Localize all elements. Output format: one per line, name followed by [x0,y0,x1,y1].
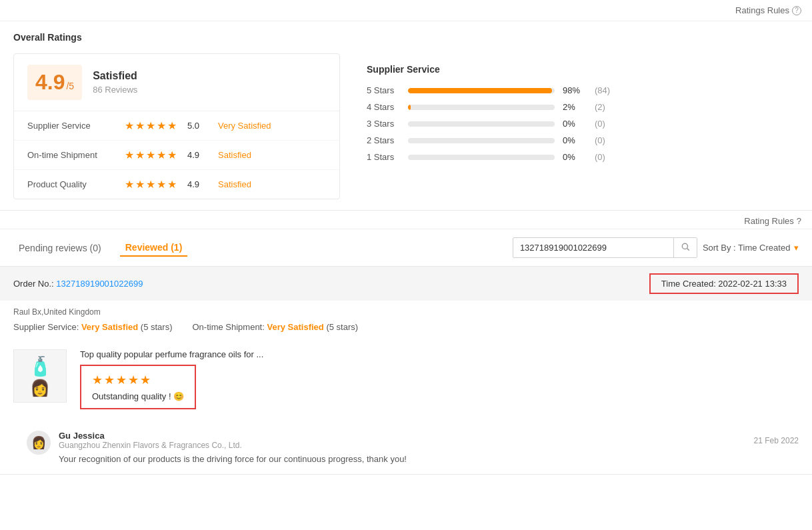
ratings-rules-link[interactable]: Ratings Rules ? [735,5,801,15]
rating-row: Supplier Service ★ ★ ★ ★ ★ 5.0 Very Sati… [14,111,339,141]
star-3: ★ [146,119,155,132]
bar-track-5 [408,88,555,93]
rating-label: Supplier Service [27,121,114,131]
star-5: ★ [167,178,177,191]
order-no: Order No.: 132718919001022699 [13,279,143,289]
ontime-value: Very Satisfied [267,322,323,332]
quality-stars: ★ ★ ★ ★ ★ [125,178,177,191]
svg-point-0 [682,243,687,249]
seller-name-company: Gu Jessica Guangzhou Zhenxin Flavors & F… [59,431,242,450]
bar-percent-4: 2% [563,102,587,112]
review-star-3: ★ [116,373,127,387]
reviewer-info: Raul Bx,United Kingdom [0,301,812,319]
info-icon-small: ? [797,216,801,226]
tab-pending[interactable]: Pending reviews (0) [13,240,107,256]
supplier-score: 5.0 [187,121,207,131]
star-1: ★ [125,119,134,132]
search-button[interactable] [673,238,697,257]
rating-row: Product Quality ★ ★ ★ ★ ★ 4.9 Satisfied [14,170,339,199]
reply-date: 21 Feb 2022 [754,436,799,445]
order-no-label: Order No.: [13,279,54,289]
ontime-shipment-info: On-time Shipment: Very Satisfied (5 star… [192,322,358,332]
score-box: 4.9 /5 [27,65,82,100]
star-1: ★ [125,178,134,191]
rating-label: Product Quality [27,179,114,189]
order-card: Order No.: 132718919001022699 Time Creat… [0,267,812,475]
satisfied-label: Satisfied [93,70,137,82]
bar-count-2: (0) [595,135,605,145]
rating-rules-small-link[interactable]: Rating Rules ? [744,216,801,226]
person-icon: 👩 [30,379,50,397]
top-bar: Ratings Rules ? [0,0,812,21]
review-text: Outstanding quality ! 😊 [92,391,184,401]
star-4: ★ [157,149,166,161]
review-content: Top quality popular perfume fragrance oi… [80,349,799,412]
sort-chevron: ▾ [794,243,799,253]
bar-count-5: (84) [595,85,610,95]
star-5: ★ [167,119,177,132]
star-bar-row: 4 Stars 2% (2) [367,102,772,112]
time-created-box: Time Created: 2022-02-21 13:33 [649,273,799,294]
search-input[interactable] [513,239,673,257]
supplier-stars-label: (5 stars) [141,322,173,332]
ontime-score: 4.9 [187,150,207,160]
right-panel: Supplier Service 5 Stars 98% (84) 4 Star… [340,53,799,199]
review-star-4: ★ [128,373,139,387]
search-box [513,237,697,258]
supplier-service-chart-title: Supplier Service [367,64,772,75]
rating-rows: Supplier Service ★ ★ ★ ★ ★ 5.0 Very Sati… [14,111,339,199]
bar-fill-5 [408,88,552,93]
overall-score: 4.9 [35,70,65,95]
quality-status: Satisfied [218,179,251,189]
bar-count-1: (0) [595,152,605,162]
supplier-status: Very Satisfied [218,121,271,131]
rating-label: On-time Shipment [27,150,114,160]
tab-reviewed[interactable]: Reviewed (1) [120,239,188,257]
reviews-count: 86 Reviews [93,85,137,95]
ontime-status: Satisfied [218,150,251,160]
star-bar-row: 3 Stars 0% (0) [367,119,772,129]
bar-label-2: 2 Stars [367,135,400,145]
product-thumbnail: 🧴 👩 [13,349,67,403]
review-star-2: ★ [104,373,115,387]
bar-label-4: 4 Stars [367,102,400,112]
review-body: 🧴 👩 Top quality popular perfume fragranc… [0,339,812,423]
bar-track-4 [408,105,555,110]
bar-track-2 [408,138,555,143]
reviews-section: Rating Rules ? Pending reviews (0) Revie… [0,211,812,475]
ontime-stars: ★ ★ ★ ★ ★ [125,149,177,161]
sort-label[interactable]: Sort By : Time Created ▾ [703,243,799,253]
left-panel: 4.9 /5 Satisfied 86 Reviews Supplier Ser… [13,53,340,199]
bar-percent-1: 0% [563,152,587,162]
bar-label-5: 5 Stars [367,85,400,95]
star-4: ★ [157,119,166,132]
rating-row: On-time Shipment ★ ★ ★ ★ ★ 4.9 Satisfied [14,141,339,170]
overall-content: 4.9 /5 Satisfied 86 Reviews Supplier Ser… [13,53,799,199]
search-area: Sort By : Time Created ▾ [513,237,799,258]
review-stars-box: ★ ★ ★ ★ ★ Outstanding quality ! 😊 [80,365,196,409]
supplier-service-stars: ★ ★ ★ ★ ★ [125,119,177,132]
review-stars: ★ ★ ★ ★ ★ [92,373,184,387]
score-header: 4.9 /5 Satisfied 86 Reviews [14,54,339,111]
star-bar-row: 2 Stars 0% (0) [367,135,772,145]
svg-line-1 [687,249,689,251]
product-thumb-inner: 🧴 👩 [29,355,52,397]
order-no-link[interactable]: 132718919001022699 [56,279,143,289]
supplier-service-value: Very Satisfied [81,322,138,332]
bar-count-4: (2) [595,102,605,112]
service-info: Supplier Service: Very Satisfied (5 star… [0,319,812,339]
seller-company: Guangzhou Zhenxin Flavors & Fragrances C… [59,441,242,450]
ratings-rules-label: Ratings Rules [735,5,789,15]
tabs-and-search: Pending reviews (0) Reviewed (1) Sort By… [0,229,812,267]
overall-title: Overall Ratings [13,32,799,43]
seller-reply: 👩 Gu Jessica Guangzhou Zhenxin Flavors &… [0,423,812,474]
reply-text: Your recognition of our products is the … [59,453,799,466]
bar-track-3 [408,121,555,127]
score-info: Satisfied 86 Reviews [93,70,137,95]
product-title: Top quality popular perfume fragrance oi… [80,349,799,359]
order-header: Order No.: 132718919001022699 Time Creat… [0,267,812,301]
star-bars: 5 Stars 98% (84) 4 Stars 2% (2) [367,85,772,162]
seller-name: Gu Jessica [59,431,242,441]
star-2: ★ [135,178,145,191]
star-4: ★ [157,178,166,191]
